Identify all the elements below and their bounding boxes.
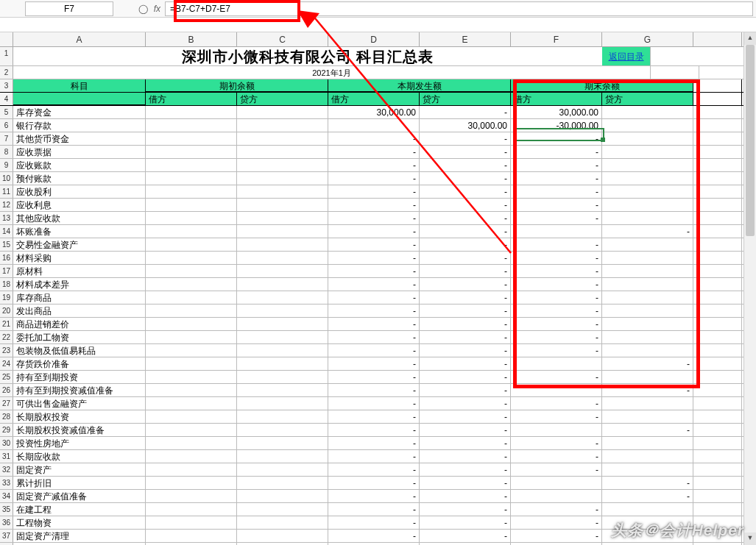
- cell[interactable]: -: [328, 146, 420, 158]
- cell[interactable]: [693, 119, 742, 132]
- cell[interactable]: [511, 225, 602, 238]
- cell[interactable]: -: [328, 185, 420, 198]
- cell[interactable]: [511, 490, 602, 502]
- cell[interactable]: [146, 463, 237, 476]
- cell[interactable]: [511, 424, 602, 436]
- subject-cell[interactable]: 坏账准备: [13, 225, 146, 238]
- cell[interactable]: 30,000.00: [328, 106, 420, 118]
- back-link[interactable]: 返回目录: [602, 47, 651, 65]
- cell[interactable]: -: [511, 437, 602, 449]
- row-number[interactable]: 14: [0, 225, 13, 238]
- subject-cell[interactable]: 材料成本差异: [13, 278, 146, 291]
- cell[interactable]: [237, 477, 328, 489]
- cell[interactable]: -: [420, 490, 511, 502]
- cell[interactable]: [693, 106, 742, 118]
- cell[interactable]: -: [511, 503, 602, 516]
- cell[interactable]: [237, 424, 328, 436]
- cell[interactable]: -: [420, 357, 511, 370]
- cell[interactable]: [146, 199, 237, 211]
- cell[interactable]: [602, 172, 693, 185]
- cell[interactable]: [602, 199, 693, 211]
- cell[interactable]: [146, 106, 237, 118]
- cell[interactable]: -: [420, 278, 511, 291]
- cell[interactable]: [237, 146, 328, 158]
- cell[interactable]: -: [511, 397, 602, 410]
- cell[interactable]: [693, 132, 742, 145]
- cell[interactable]: -: [511, 371, 602, 383]
- col-header-H[interactable]: [693, 32, 742, 46]
- row-number[interactable]: 35: [0, 503, 13, 516]
- cell[interactable]: [237, 318, 328, 330]
- row-number[interactable]: 26: [0, 384, 13, 396]
- cell[interactable]: -: [328, 371, 420, 383]
- cell[interactable]: -: [420, 410, 511, 423]
- cell[interactable]: [693, 503, 742, 516]
- cell[interactable]: [693, 477, 742, 489]
- cell[interactable]: [602, 410, 693, 423]
- cell[interactable]: [237, 225, 328, 238]
- cell[interactable]: [602, 265, 693, 277]
- subject-cell[interactable]: 固定资产清理: [13, 530, 146, 542]
- cell[interactable]: -: [511, 146, 602, 158]
- cell[interactable]: -: [511, 463, 602, 476]
- cell[interactable]: [693, 185, 742, 198]
- cell[interactable]: -: [328, 159, 420, 171]
- cell[interactable]: [237, 291, 328, 304]
- cell[interactable]: [146, 318, 237, 330]
- cell[interactable]: -: [328, 357, 420, 370]
- cell[interactable]: [602, 185, 693, 198]
- select-all-corner[interactable]: [0, 32, 13, 46]
- cell[interactable]: [237, 185, 328, 198]
- cell[interactable]: -: [511, 212, 602, 224]
- row-number[interactable]: 16: [0, 252, 13, 264]
- cell[interactable]: [146, 278, 237, 291]
- cell[interactable]: -: [420, 503, 511, 516]
- row-number[interactable]: 13: [0, 212, 13, 224]
- cell[interactable]: [146, 384, 237, 396]
- cell[interactable]: -: [420, 331, 511, 343]
- subject-cell[interactable]: 其他货币资金: [13, 132, 146, 145]
- cell[interactable]: [602, 371, 693, 383]
- cell[interactable]: -: [511, 159, 602, 171]
- subject-cell[interactable]: 银行存款: [13, 119, 146, 132]
- zoom-icon[interactable]: ◯: [138, 4, 148, 14]
- cell[interactable]: [693, 291, 742, 304]
- cell[interactable]: [146, 291, 237, 304]
- cell[interactable]: [693, 384, 742, 396]
- cell[interactable]: [237, 159, 328, 171]
- cell[interactable]: [237, 304, 328, 317]
- cell[interactable]: [602, 304, 693, 317]
- cell[interactable]: [602, 397, 693, 410]
- cell[interactable]: -: [511, 132, 602, 145]
- cell[interactable]: [146, 410, 237, 423]
- subject-cell[interactable]: 持有至到期投资: [13, 371, 146, 383]
- cell[interactable]: [511, 384, 602, 396]
- cell[interactable]: [146, 159, 237, 171]
- row-number[interactable]: 17: [0, 265, 13, 277]
- row-number[interactable]: 2: [0, 66, 13, 79]
- cell[interactable]: -: [328, 503, 420, 516]
- cell[interactable]: [146, 397, 237, 410]
- cell[interactable]: [237, 357, 328, 370]
- row-number[interactable]: 6: [0, 119, 13, 132]
- cell[interactable]: [146, 357, 237, 370]
- cell[interactable]: [146, 119, 237, 132]
- subject-cell[interactable]: 投资性房地产: [13, 437, 146, 449]
- subject-cell[interactable]: 持有至到期投资减值准备: [13, 384, 146, 396]
- col-header-B[interactable]: B: [146, 32, 237, 46]
- cell[interactable]: [602, 344, 693, 357]
- cell[interactable]: -: [328, 265, 420, 277]
- cell[interactable]: [602, 238, 693, 251]
- row-number[interactable]: 36: [0, 516, 13, 529]
- cell[interactable]: -: [420, 463, 511, 476]
- cell[interactable]: [146, 371, 237, 383]
- cell[interactable]: [237, 132, 328, 145]
- subject-cell[interactable]: 应收利息: [13, 199, 146, 211]
- cell[interactable]: -: [328, 410, 420, 423]
- row-number[interactable]: 7: [0, 132, 13, 145]
- cell[interactable]: -: [420, 132, 511, 145]
- cell[interactable]: [237, 278, 328, 291]
- cell[interactable]: -: [420, 225, 511, 238]
- cell[interactable]: -: [420, 291, 511, 304]
- formula-input[interactable]: =B7-C7+D7-E7: [165, 1, 753, 16]
